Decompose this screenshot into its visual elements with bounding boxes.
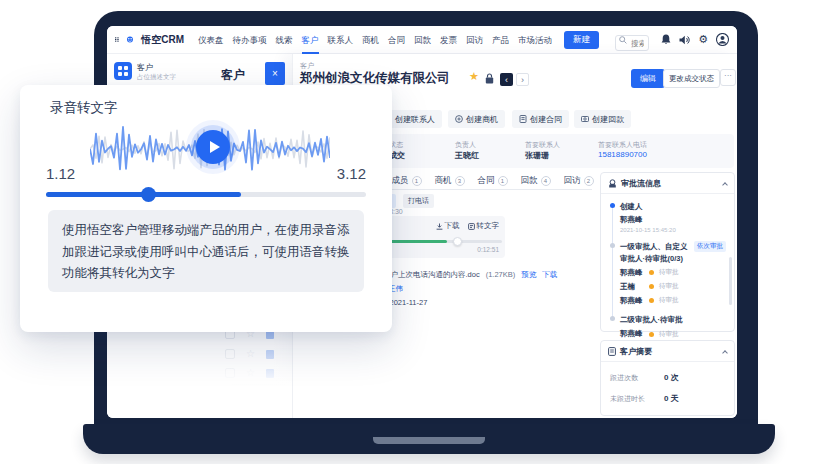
menu-invoices[interactable]: 发票: [440, 26, 457, 54]
search-icon: [619, 36, 627, 44]
slider-time-end: 3.12: [337, 165, 366, 182]
collapse-chevron-icon[interactable]: [722, 182, 728, 188]
user-avatar[interactable]: [716, 33, 729, 46]
feature-description: 使用悟空客户管理移动端产品的用户，在使用录音添加跟进记录或使用呼叫中心通话后，可…: [48, 210, 364, 292]
laptop-notch: [373, 437, 485, 444]
menu-dashboard[interactable]: 仪表盘: [198, 26, 224, 54]
settings-gear-icon[interactable]: ⚙: [698, 34, 708, 45]
panel-scrollbar[interactable]: [729, 257, 732, 305]
menu-opportunities[interactable]: 商机: [362, 26, 379, 54]
create-opportunity-button[interactable]: 创建商机: [448, 110, 505, 128]
main-menu: 仪表盘 待办事项 线索 客户 联系人 商机 合同 回款 发票 回访 产品 市场活…: [198, 26, 552, 54]
slider-thumb[interactable]: [141, 187, 156, 202]
field-label-contact-phone: 首要联系人电话: [598, 140, 647, 150]
voice-to-text-card: 录音转文字 1.12 3.12 使用悟空客户管理移动端产品的用户，在使用录音添加…: [20, 85, 392, 332]
slider-time-start: 1.12: [46, 165, 75, 182]
favorite-star-icon[interactable]: ★: [469, 71, 479, 82]
new-button[interactable]: 新建: [564, 31, 599, 49]
pending-status-icon: [649, 284, 654, 289]
close-tab-button[interactable]: ×: [265, 62, 285, 85]
field-label-owner: 负责人: [455, 140, 476, 150]
summary-row: 跟进次数 0 次: [601, 372, 734, 383]
sidebar-item-customers[interactable]: [114, 62, 132, 80]
timeline-dot: [610, 203, 615, 208]
create-contract-button[interactable]: 创建合同: [512, 110, 569, 128]
laptop-base: [83, 424, 775, 454]
phone-call-tag: 打电话: [403, 194, 434, 208]
menu-contacts[interactable]: 联系人: [328, 26, 354, 54]
audio-download-button[interactable]: 下载: [436, 221, 460, 231]
opportunity-icon: [455, 115, 463, 123]
field-value-primary-contact: 张珊珊: [525, 150, 549, 161]
attachment-size: (1.27KB): [486, 270, 516, 280]
pending-status-icon: [649, 298, 654, 303]
menu-followups[interactable]: 回访: [466, 26, 483, 54]
audio-progress-thumb[interactable]: [453, 237, 462, 246]
field-value-contact-phone[interactable]: 15818890700: [598, 150, 647, 159]
menu-todo[interactable]: 待办事项: [233, 26, 267, 54]
audio-duration: 0:12:51: [477, 246, 499, 253]
audio-to-text-button[interactable]: 转文字: [468, 221, 500, 231]
approver-row: 郭燕峰待审批: [620, 296, 726, 306]
timeline-creator: 创建人 郭燕峰 2021-10-15 15:45:20: [610, 201, 726, 233]
edit-button[interactable]: 编辑: [631, 69, 665, 88]
timeline-step-2: 二级审批人·待审批 郭燕峰待审批: [610, 314, 726, 339]
app-grid-icon[interactable]: [115, 34, 119, 45]
to-text-icon: [468, 223, 475, 230]
menu-products[interactable]: 产品: [492, 26, 509, 54]
field-value-owner: 王晓红: [455, 150, 479, 161]
pending-status-icon: [649, 270, 654, 275]
attachment-row: 客户上次电话沟通的内容.doc (1.27KB) 预览 下载: [383, 270, 557, 280]
sidebar-item-title: 客户: [137, 62, 153, 73]
page: 悟空CRM 仪表盘 待办事项 线索 客户 联系人 商机 合同 回款 发票 回访 …: [0, 0, 826, 464]
notification-bell-icon[interactable]: [661, 34, 671, 45]
timeline-dot: [610, 316, 615, 321]
approver-row: 郭燕峰待审批: [620, 268, 726, 278]
customer-summary-panel: 客户摘要 跟进次数 0 次 未跟进时长 0 天: [600, 340, 735, 416]
menu-customers[interactable]: 客户: [302, 26, 319, 54]
menu-payments[interactable]: 回款: [414, 26, 431, 54]
next-record-button[interactable]: ›: [516, 73, 529, 86]
attachment-preview-link[interactable]: 预览: [521, 270, 536, 280]
play-button[interactable]: [196, 130, 230, 164]
field-label-primary-contact: 首要联系人: [525, 140, 560, 150]
more-actions-button[interactable]: ···: [720, 69, 736, 86]
attachment-name: 客户上次电话沟通的内容.doc: [383, 270, 480, 280]
announcement-speaker-icon[interactable]: [679, 35, 690, 45]
lock-icon: [485, 73, 494, 84]
download-icon: [436, 223, 443, 230]
wukong-logo-icon: [127, 32, 133, 47]
tab-payments[interactable]: 回款4: [521, 175, 551, 187]
approval-flow-icon: [608, 179, 617, 188]
menu-leads[interactable]: 线索: [276, 26, 293, 54]
voice-card-title: 录音转文字: [50, 99, 118, 117]
summary-doc-icon: [608, 347, 616, 356]
collapse-chevron-icon[interactable]: [722, 350, 728, 356]
create-payment-button[interactable]: 创建回款: [574, 110, 631, 128]
tab-followups[interactable]: 回访2: [564, 175, 594, 187]
approval-flow-panel: 审批流信息 创建人 郭燕峰 2021-10-15 15:45:20 依次审批 一…: [600, 172, 735, 332]
global-search[interactable]: [615, 32, 649, 48]
pending-status-icon: [649, 332, 654, 337]
tab-contracts[interactable]: 合同1: [478, 175, 508, 187]
sequential-approval-badge: 依次审批: [694, 241, 726, 252]
timeline-step-1: 依次审批 一级审批人、自定义审批人·待审批(0/3) 郭燕峰待审批 王楠待审批 …: [610, 241, 726, 306]
menu-contracts[interactable]: 合同: [388, 26, 405, 54]
top-nav: 悟空CRM 仪表盘 待办事项 线索 客户 联系人 商机 合同 回款 发票 回访 …: [107, 26, 737, 54]
nav-icons: ⚙: [661, 33, 729, 46]
change-deal-status-button[interactable]: 更改成交状态: [663, 69, 720, 88]
timeline-dot: [610, 243, 615, 248]
sidebar-item-subtitle: 占位描述文字: [137, 73, 176, 82]
brand-name: 悟空CRM: [141, 33, 184, 47]
attachment-download-link[interactable]: 下载: [542, 270, 557, 280]
menu-marketing[interactable]: 市场活动: [518, 26, 552, 54]
summary-row: 未跟进时长 0 天: [601, 393, 734, 404]
prev-record-button[interactable]: ‹: [500, 73, 513, 86]
approval-panel-title: 审批流信息: [621, 178, 719, 189]
playback-slider[interactable]: [46, 192, 366, 197]
payment-icon: [581, 115, 589, 123]
summary-panel-title: 客户摘要: [620, 346, 719, 357]
list-panel-title: 客户: [221, 67, 245, 84]
tab-opportunities[interactable]: 商机3: [435, 175, 465, 187]
contract-icon: [519, 115, 527, 123]
